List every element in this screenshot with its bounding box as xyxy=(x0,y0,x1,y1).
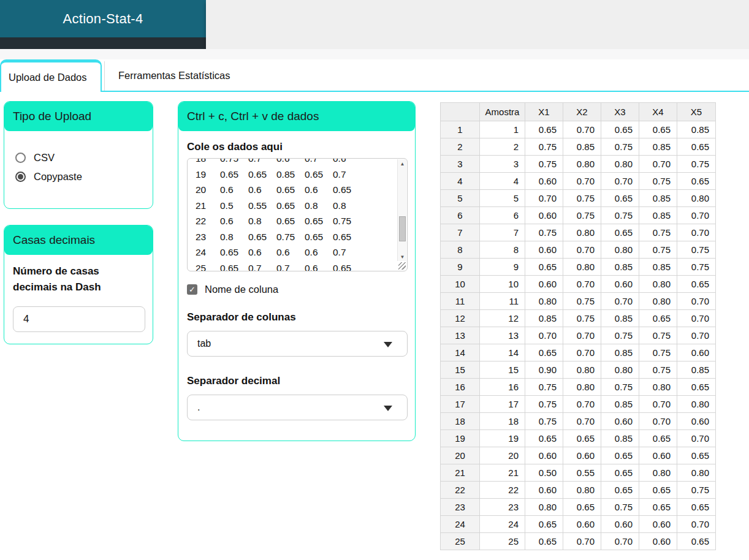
table-cell[interactable]: 0.75 xyxy=(639,344,677,361)
table-cell[interactable]: 0.65 xyxy=(525,430,563,447)
table-cell[interactable]: 12 xyxy=(480,310,525,327)
table-cell[interactable]: 0.65 xyxy=(601,464,639,482)
table-cell[interactable]: 0.70 xyxy=(563,344,601,361)
table-cell[interactable]: 0.75 xyxy=(525,396,563,413)
table-cell[interactable]: 0.70 xyxy=(525,190,563,207)
table-cell[interactable]: 0.70 xyxy=(601,533,639,550)
table-cell[interactable]: 0.70 xyxy=(601,173,639,190)
row-index-cell[interactable]: 17 xyxy=(441,396,480,413)
table-cell[interactable]: 0.70 xyxy=(677,327,716,344)
table-cell[interactable]: 0.75 xyxy=(563,207,601,224)
column-name-checkbox[interactable]: ✓ xyxy=(187,284,197,295)
table-cell[interactable]: 0.70 xyxy=(677,224,716,241)
table-cell[interactable]: 0.75 xyxy=(601,138,639,156)
table-cell[interactable]: 0.70 xyxy=(563,396,601,413)
table-cell[interactable]: 0.80 xyxy=(601,361,639,379)
table-cell[interactable]: 0.80 xyxy=(563,259,601,276)
table-cell[interactable]: 0.85 xyxy=(525,310,563,327)
table-cell[interactable]: 23 xyxy=(480,499,525,516)
table-cell[interactable]: 0.80 xyxy=(677,396,716,413)
table-cell[interactable]: 0.80 xyxy=(639,293,677,310)
table-cell[interactable]: 0.65 xyxy=(677,173,716,190)
dec-separator-select[interactable]: . xyxy=(187,395,408,420)
table-cell[interactable]: 0.75 xyxy=(639,241,677,259)
table-cell[interactable]: 0.60 xyxy=(601,276,639,293)
table-cell[interactable]: 0.75 xyxy=(639,173,677,190)
table-cell[interactable]: 0.65 xyxy=(525,344,563,361)
table-cell[interactable]: 0.80 xyxy=(563,379,601,396)
table-cell[interactable]: 0.75 xyxy=(639,361,677,379)
table-cell[interactable]: 0.80 xyxy=(525,499,563,516)
table-cell[interactable]: 0.85 xyxy=(601,396,639,413)
table-cell[interactable]: 0.85 xyxy=(639,138,677,156)
table-cell[interactable]: 7 xyxy=(480,224,525,241)
table-cell[interactable]: 0.70 xyxy=(677,207,716,224)
table-cell[interactable]: 0.75 xyxy=(601,327,639,344)
scroll-down-icon[interactable]: ▼ xyxy=(398,252,407,261)
table-cell[interactable]: 17 xyxy=(480,396,525,413)
table-cell[interactable]: 0.75 xyxy=(563,190,601,207)
table-cell[interactable]: 0.75 xyxy=(639,327,677,344)
table-cell[interactable]: 0.80 xyxy=(563,361,601,379)
table-cell[interactable]: 0.70 xyxy=(563,276,601,293)
table-cell[interactable]: 0.60 xyxy=(639,516,677,533)
table-cell[interactable]: 0.60 xyxy=(525,207,563,224)
paste-data-textarea[interactable]: 180.750.70.60.70.6190.650.650.850.650.72… xyxy=(187,158,408,271)
table-cell[interactable]: 11 xyxy=(480,293,525,310)
table-cell[interactable]: 18 xyxy=(480,413,525,430)
table-cell[interactable]: 0.65 xyxy=(525,533,563,550)
row-index-cell[interactable]: 13 xyxy=(441,327,480,344)
table-cell[interactable]: 0.65 xyxy=(601,190,639,207)
table-cell[interactable]: 21 xyxy=(480,464,525,482)
table-cell[interactable]: 24 xyxy=(480,516,525,533)
table-cell[interactable]: 0.65 xyxy=(677,138,716,156)
table-cell[interactable]: 0.70 xyxy=(639,396,677,413)
table-cell[interactable]: 0.65 xyxy=(525,121,563,138)
row-index-cell[interactable]: 14 xyxy=(441,344,480,361)
table-cell[interactable]: 0.60 xyxy=(525,173,563,190)
row-index-cell[interactable]: 18 xyxy=(441,413,480,430)
table-cell[interactable]: 0.70 xyxy=(563,533,601,550)
table-cell[interactable]: 0.70 xyxy=(639,156,677,173)
table-cell[interactable]: 0.65 xyxy=(563,499,601,516)
table-cell[interactable]: 0.80 xyxy=(677,464,716,482)
table-cell[interactable]: 0.65 xyxy=(601,482,639,499)
row-index-cell[interactable]: 6 xyxy=(441,207,480,224)
table-cell[interactable]: 0.70 xyxy=(677,293,716,310)
table-cell[interactable]: 0.65 xyxy=(639,310,677,327)
table-cell[interactable]: 0.75 xyxy=(563,293,601,310)
table-cell[interactable]: 0.80 xyxy=(563,224,601,241)
table-cell[interactable]: 10 xyxy=(480,276,525,293)
table-cell[interactable]: 0.70 xyxy=(601,293,639,310)
radio-option-label[interactable]: Copypaste xyxy=(34,171,82,183)
row-index-cell[interactable]: 19 xyxy=(441,430,480,447)
table-cell[interactable]: 0.65 xyxy=(677,499,716,516)
row-index-cell[interactable]: 7 xyxy=(441,224,480,241)
table-cell[interactable]: 0.75 xyxy=(601,379,639,396)
table-cell[interactable]: 0.60 xyxy=(563,447,601,464)
radio-selected-icon[interactable] xyxy=(15,172,26,182)
table-cell[interactable]: 0.65 xyxy=(601,121,639,138)
row-index-cell[interactable]: 4 xyxy=(441,173,480,190)
row-index-cell[interactable]: 11 xyxy=(441,293,480,310)
table-cell[interactable]: 0.60 xyxy=(677,344,716,361)
table-cell[interactable]: 0.75 xyxy=(525,156,563,173)
row-index-cell[interactable]: 21 xyxy=(441,464,480,482)
row-index-cell[interactable]: 9 xyxy=(441,259,480,276)
table-cell[interactable]: 0.70 xyxy=(677,516,716,533)
decimals-input[interactable]: 4 xyxy=(13,306,145,332)
table-cell[interactable]: 0.60 xyxy=(525,241,563,259)
table-cell[interactable]: 0.90 xyxy=(525,361,563,379)
table-cell[interactable]: 0.80 xyxy=(563,482,601,499)
row-index-cell[interactable]: 8 xyxy=(441,241,480,259)
row-index-cell[interactable]: 20 xyxy=(441,447,480,464)
table-cell[interactable]: 0.70 xyxy=(563,121,601,138)
table-cell[interactable]: 0.60 xyxy=(563,516,601,533)
table-cell[interactable]: 0.75 xyxy=(525,138,563,156)
table-cell[interactable]: 0.80 xyxy=(639,276,677,293)
table-cell[interactable]: 0.75 xyxy=(525,413,563,430)
table-cell[interactable]: 0.60 xyxy=(639,447,677,464)
row-index-cell[interactable]: 25 xyxy=(441,533,480,550)
table-cell[interactable]: 0.70 xyxy=(639,413,677,430)
table-cell[interactable]: 25 xyxy=(480,533,525,550)
